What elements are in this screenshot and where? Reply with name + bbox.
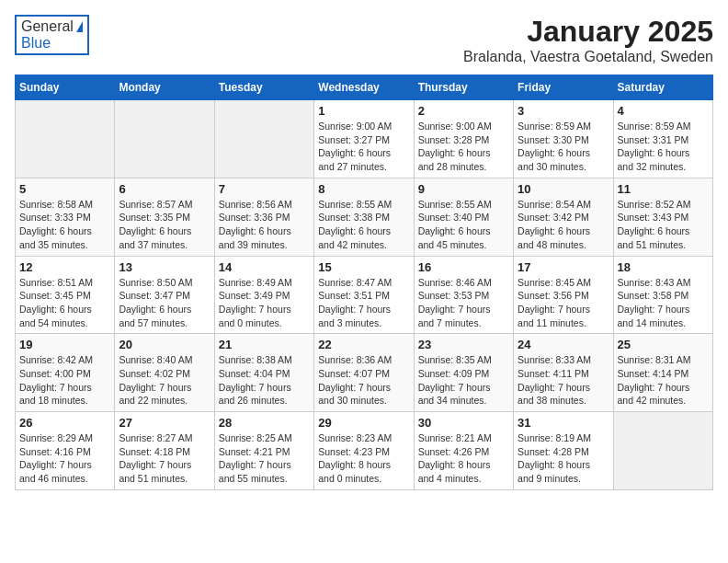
logo-text: General Blue (21, 18, 83, 52)
cell-text: Sunset: 4:28 PM (518, 445, 609, 459)
day-number: 18 (618, 260, 709, 274)
cell-text: Daylight: 7 hours (119, 458, 210, 472)
calendar-cell (115, 100, 214, 178)
cell-text: and 38 minutes. (518, 394, 609, 408)
cell-text: and 57 minutes. (119, 316, 210, 330)
day-of-week-header: Sunday (16, 75, 115, 100)
day-number: 4 (618, 104, 709, 118)
cell-text: Sunrise: 8:40 AM (119, 353, 210, 367)
logo-blue: Blue (21, 35, 51, 52)
cell-text: Daylight: 7 hours (318, 381, 409, 395)
day-number: 17 (518, 260, 609, 274)
calendar-cell: 31Sunrise: 8:19 AMSunset: 4:28 PMDayligh… (514, 412, 613, 490)
calendar-cell: 14Sunrise: 8:49 AMSunset: 3:49 PMDayligh… (214, 256, 313, 334)
cell-text: Daylight: 6 hours (19, 303, 110, 316)
cell-text: Daylight: 7 hours (618, 303, 709, 316)
cell-text: Daylight: 6 hours (518, 146, 609, 160)
calendar-body: 1Sunrise: 9:00 AMSunset: 3:27 PMDaylight… (16, 100, 713, 490)
calendar-cell: 16Sunrise: 8:46 AMSunset: 3:53 PMDayligh… (414, 256, 513, 334)
cell-text: Sunrise: 8:45 AM (518, 276, 609, 290)
cell-text: Daylight: 7 hours (19, 381, 110, 395)
cell-text: Daylight: 6 hours (618, 224, 709, 238)
cell-text: Sunrise: 9:00 AM (318, 120, 409, 133)
day-number: 26 (19, 416, 110, 430)
day-number: 11 (618, 182, 709, 196)
cell-text: Sunset: 3:30 PM (518, 133, 609, 147)
calendar-cell: 13Sunrise: 8:50 AMSunset: 3:47 PMDayligh… (115, 256, 214, 334)
cell-text: Sunset: 3:40 PM (418, 211, 509, 224)
calendar-cell: 21Sunrise: 8:38 AMSunset: 4:04 PMDayligh… (214, 334, 313, 412)
cell-text: Sunrise: 8:31 AM (618, 353, 709, 367)
cell-text: and 42 minutes. (618, 394, 709, 408)
cell-text: Sunrise: 8:46 AM (418, 276, 509, 290)
calendar-week-row: 19Sunrise: 8:42 AMSunset: 4:00 PMDayligh… (16, 334, 713, 412)
cell-text: and 54 minutes. (19, 316, 110, 330)
cell-text: Daylight: 6 hours (119, 303, 210, 316)
cell-text: Sunset: 4:02 PM (119, 367, 210, 381)
cell-text: Daylight: 7 hours (219, 303, 310, 316)
cell-text: and 11 minutes. (518, 316, 609, 330)
cell-text: and 3 minutes. (318, 316, 409, 330)
cell-text: Daylight: 6 hours (119, 224, 210, 238)
calendar-week-row: 12Sunrise: 8:51 AMSunset: 3:45 PMDayligh… (16, 256, 713, 334)
calendar-cell: 19Sunrise: 8:42 AMSunset: 4:00 PMDayligh… (16, 334, 115, 412)
cell-text: Daylight: 6 hours (318, 224, 409, 238)
day-number: 12 (19, 260, 110, 274)
cell-text: Sunrise: 8:55 AM (318, 198, 409, 212)
calendar-header: SundayMondayTuesdayWednesdayThursdayFrid… (16, 75, 713, 100)
cell-text: and 0 minutes. (318, 472, 409, 486)
calendar-week-row: 26Sunrise: 8:29 AMSunset: 4:16 PMDayligh… (16, 412, 713, 490)
calendar-cell: 8Sunrise: 8:55 AMSunset: 3:38 PMDaylight… (314, 178, 414, 256)
cell-text: Daylight: 6 hours (618, 146, 709, 160)
cell-text: Daylight: 6 hours (418, 146, 509, 160)
cell-text: Sunset: 3:36 PM (219, 211, 310, 224)
title-area: January 2025 Bralanda, Vaestra Goetaland… (463, 15, 713, 65)
cell-text: Sunset: 3:35 PM (119, 211, 210, 224)
day-number: 29 (318, 416, 409, 430)
cell-text: Sunset: 3:43 PM (618, 211, 709, 224)
day-number: 16 (418, 260, 509, 274)
location-title: Bralanda, Vaestra Goetaland, Sweden (463, 49, 713, 65)
day-number: 10 (518, 182, 609, 196)
day-number: 9 (418, 182, 509, 196)
cell-text: Sunset: 3:51 PM (318, 289, 409, 303)
cell-text: and 48 minutes. (518, 238, 609, 252)
cell-text: Sunset: 3:49 PM (219, 289, 310, 303)
cell-text: and 35 minutes. (19, 238, 110, 252)
day-number: 27 (119, 416, 210, 430)
cell-text: Sunset: 4:00 PM (19, 367, 110, 381)
calendar-cell: 15Sunrise: 8:47 AMSunset: 3:51 PMDayligh… (314, 256, 414, 334)
cell-text: Daylight: 7 hours (119, 381, 210, 395)
day-number: 31 (518, 416, 609, 430)
day-of-week-header: Monday (115, 75, 214, 100)
cell-text: Sunset: 4:11 PM (518, 367, 609, 381)
calendar-cell: 9Sunrise: 8:55 AMSunset: 3:40 PMDaylight… (414, 178, 513, 256)
logo-general: General (21, 18, 74, 35)
cell-text: Sunrise: 8:27 AM (119, 431, 210, 445)
calendar-cell: 28Sunrise: 8:25 AMSunset: 4:21 PMDayligh… (214, 412, 313, 490)
calendar-cell: 22Sunrise: 8:36 AMSunset: 4:07 PMDayligh… (314, 334, 414, 412)
cell-text: Sunset: 3:58 PM (618, 289, 709, 303)
cell-text: Daylight: 7 hours (219, 381, 310, 395)
day-number: 22 (318, 338, 409, 351)
calendar-cell: 11Sunrise: 8:52 AMSunset: 3:43 PMDayligh… (613, 178, 712, 256)
cell-text: Sunset: 3:45 PM (19, 289, 110, 303)
day-number: 23 (418, 338, 509, 351)
cell-text: and 42 minutes. (318, 238, 409, 252)
cell-text: Sunrise: 8:54 AM (518, 198, 609, 212)
month-title: January 2025 (463, 15, 713, 49)
cell-text: Daylight: 7 hours (418, 303, 509, 316)
cell-text: Daylight: 6 hours (518, 224, 609, 238)
cell-text: Sunrise: 8:21 AM (418, 431, 509, 445)
cell-text: Sunrise: 8:59 AM (518, 120, 609, 133)
day-number: 30 (418, 416, 509, 430)
cell-text: Sunrise: 8:36 AM (318, 353, 409, 367)
cell-text: Sunset: 3:53 PM (418, 289, 509, 303)
cell-text: Sunset: 3:38 PM (318, 211, 409, 224)
day-number: 13 (119, 260, 210, 274)
cell-text: and 27 minutes. (318, 160, 409, 174)
cell-text: Sunrise: 8:50 AM (119, 276, 210, 290)
calendar-cell: 24Sunrise: 8:33 AMSunset: 4:11 PMDayligh… (514, 334, 613, 412)
cell-text: Sunrise: 8:47 AM (318, 276, 409, 290)
cell-text: Sunset: 3:31 PM (618, 133, 709, 147)
